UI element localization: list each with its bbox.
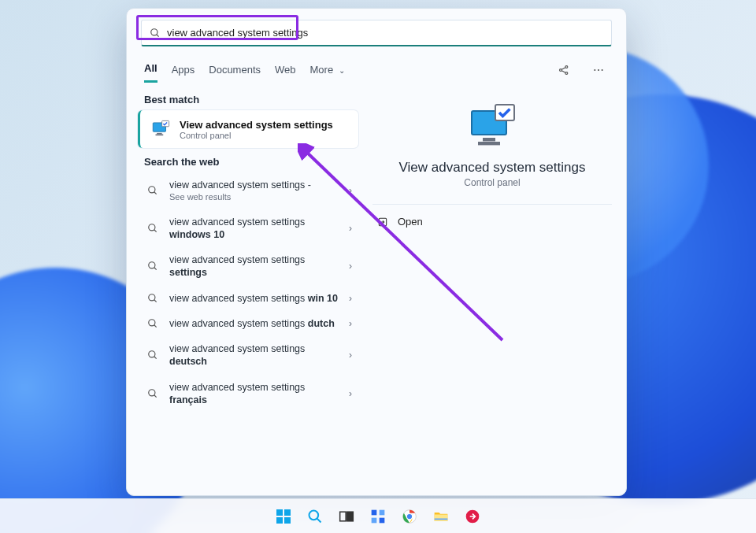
best-match-title: View advanced system settings bbox=[180, 119, 333, 131]
search-icon bbox=[144, 261, 161, 272]
divider bbox=[372, 204, 612, 205]
svg-line-28 bbox=[154, 395, 157, 398]
chevron-down-icon: ⌄ bbox=[339, 66, 345, 75]
search-input[interactable] bbox=[167, 27, 603, 39]
search-web-heading: Search the web bbox=[133, 148, 363, 172]
web-result-text: view advanced system settings win 10 bbox=[169, 292, 341, 305]
svg-point-3 bbox=[565, 66, 568, 68]
web-result-item[interactable]: view advanced system settings settings› bbox=[138, 247, 358, 286]
svg-line-5 bbox=[561, 68, 565, 70]
web-result-item[interactable]: view advanced system settings dutch› bbox=[138, 311, 358, 336]
svg-rect-13 bbox=[156, 135, 164, 136]
tab-documents[interactable]: Documents bbox=[209, 59, 261, 82]
result-preview: View advanced system settings Control pa… bbox=[372, 91, 612, 234]
chevron-right-icon: › bbox=[349, 223, 352, 234]
svg-line-22 bbox=[154, 299, 157, 302]
search-icon bbox=[144, 318, 161, 329]
svg-line-24 bbox=[154, 325, 157, 328]
web-result-item[interactable]: view advanced system settings -See web r… bbox=[138, 172, 358, 209]
share-icon[interactable] bbox=[554, 60, 574, 80]
svg-point-19 bbox=[149, 262, 155, 268]
control-panel-icon bbox=[150, 118, 172, 140]
taskbar-chrome-icon[interactable] bbox=[397, 504, 422, 529]
search-icon bbox=[144, 223, 161, 234]
search-icon bbox=[150, 28, 161, 39]
open-icon bbox=[377, 217, 388, 228]
taskbar-app-icon[interactable] bbox=[460, 504, 485, 529]
search-icon bbox=[144, 293, 161, 304]
chevron-right-icon: › bbox=[349, 388, 352, 399]
taskbar-widgets-icon[interactable] bbox=[365, 504, 391, 529]
best-match-result[interactable]: View advanced system settings Control pa… bbox=[138, 110, 358, 148]
taskbar bbox=[0, 498, 756, 533]
tab-all[interactable]: All bbox=[144, 57, 158, 83]
svg-point-4 bbox=[565, 72, 568, 75]
tab-more[interactable]: More ⌄ bbox=[310, 59, 345, 82]
svg-point-0 bbox=[151, 28, 158, 35]
svg-rect-39 bbox=[284, 517, 291, 524]
open-label: Open bbox=[398, 216, 423, 228]
web-result-item[interactable]: view advanced system settings windows 10… bbox=[138, 209, 358, 248]
best-match-subtitle: Control panel bbox=[180, 131, 333, 140]
chevron-right-icon: › bbox=[349, 185, 352, 196]
search-icon bbox=[144, 350, 161, 361]
taskbar-search-icon[interactable] bbox=[302, 504, 328, 529]
svg-line-26 bbox=[154, 357, 157, 359]
tab-apps[interactable]: Apps bbox=[172, 59, 195, 82]
svg-point-21 bbox=[149, 294, 155, 300]
web-result-text: view advanced system settings dutch bbox=[169, 317, 341, 330]
open-action[interactable]: Open bbox=[372, 209, 612, 234]
web-result-item[interactable]: view advanced system settings deutsch› bbox=[138, 336, 358, 375]
taskbar-file-explorer-icon[interactable] bbox=[428, 504, 454, 529]
filter-tabs: All Apps Documents Web More ⌄ bbox=[127, 53, 626, 83]
search-icon bbox=[144, 185, 161, 196]
control-panel-large-icon bbox=[467, 102, 517, 152]
svg-point-40 bbox=[309, 510, 319, 520]
preview-subtitle: Control panel bbox=[464, 177, 520, 188]
best-match-heading: Best match bbox=[133, 86, 363, 110]
tab-web[interactable]: Web bbox=[275, 59, 296, 82]
svg-rect-12 bbox=[157, 133, 162, 135]
svg-point-7 bbox=[594, 69, 595, 71]
svg-rect-47 bbox=[380, 517, 385, 523]
svg-rect-38 bbox=[276, 517, 283, 524]
svg-point-15 bbox=[149, 187, 155, 193]
svg-rect-45 bbox=[380, 509, 385, 515]
web-result-sub: See web results bbox=[169, 191, 341, 202]
svg-point-23 bbox=[149, 320, 155, 326]
web-result-item[interactable]: view advanced system settings win 10› bbox=[138, 286, 358, 311]
chevron-right-icon: › bbox=[349, 350, 352, 361]
svg-point-17 bbox=[149, 224, 155, 231]
svg-line-20 bbox=[154, 268, 157, 270]
taskbar-taskview-icon[interactable] bbox=[334, 504, 359, 529]
search-box[interactable] bbox=[141, 20, 612, 46]
web-result-text: view advanced system settings deutsch bbox=[169, 342, 341, 368]
svg-rect-46 bbox=[372, 517, 377, 523]
svg-line-1 bbox=[157, 34, 159, 36]
svg-line-18 bbox=[154, 230, 157, 232]
svg-rect-44 bbox=[372, 509, 377, 515]
chevron-right-icon: › bbox=[349, 261, 352, 272]
tab-more-label: More bbox=[310, 64, 334, 76]
svg-rect-43 bbox=[347, 512, 354, 521]
svg-rect-31 bbox=[483, 138, 495, 141]
more-options-icon[interactable] bbox=[588, 60, 609, 80]
svg-rect-32 bbox=[478, 142, 500, 145]
preview-title: View advanced system settings bbox=[399, 160, 586, 176]
web-result-item[interactable]: view advanced system settings français› bbox=[138, 375, 358, 413]
taskbar-start-icon[interactable] bbox=[271, 504, 296, 529]
svg-point-25 bbox=[149, 351, 155, 357]
chevron-right-icon: › bbox=[349, 293, 352, 304]
svg-rect-51 bbox=[435, 514, 448, 520]
web-result-text: view advanced system settings settings bbox=[169, 254, 341, 279]
svg-point-2 bbox=[560, 69, 562, 72]
svg-rect-42 bbox=[340, 512, 346, 521]
search-icon bbox=[144, 388, 161, 399]
svg-point-27 bbox=[149, 390, 155, 396]
svg-rect-52 bbox=[435, 518, 448, 520]
svg-point-9 bbox=[602, 69, 603, 71]
web-result-text: view advanced system settings français bbox=[169, 381, 341, 407]
chevron-right-icon: › bbox=[349, 318, 352, 329]
svg-point-50 bbox=[406, 513, 413, 520]
svg-rect-37 bbox=[284, 509, 291, 516]
